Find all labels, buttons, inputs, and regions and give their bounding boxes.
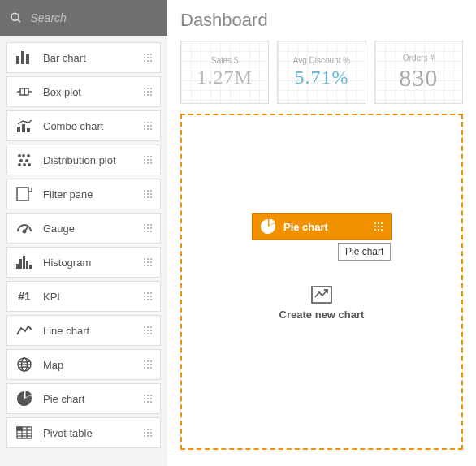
pivot-table-icon	[15, 424, 33, 442]
svg-point-19	[23, 163, 26, 166]
search-icon	[10, 11, 22, 25]
grip-icon	[144, 360, 152, 369]
grip-icon	[144, 190, 152, 198]
svg-rect-24	[16, 264, 19, 269]
chart-type-label: Pivot table	[43, 427, 144, 439]
dragged-item-pie[interactable]: Pie chart	[252, 213, 392, 240]
chart-type-label: Pie chart	[43, 393, 144, 405]
grip-icon	[144, 292, 152, 300]
grip-icon	[144, 326, 152, 334]
chart-type-pie[interactable]: Pie chart	[6, 383, 161, 414]
histogram-icon	[15, 253, 33, 271]
bar-chart-icon	[15, 49, 33, 67]
svg-line-1	[18, 19, 20, 22]
svg-rect-38	[17, 427, 22, 430]
chart-type-map[interactable]: Map	[6, 349, 161, 380]
filter-pane-icon	[15, 185, 33, 203]
pie-chart-icon	[261, 219, 275, 234]
svg-rect-26	[23, 256, 25, 269]
svg-rect-3	[21, 51, 24, 64]
kpi-value: 5.71%	[294, 67, 348, 88]
svg-rect-27	[26, 261, 28, 269]
chart-type-gauge[interactable]: Gauge	[6, 213, 161, 244]
svg-rect-4	[26, 54, 29, 64]
grip-icon	[374, 222, 383, 231]
grip-icon	[144, 429, 152, 437]
svg-point-20	[28, 163, 31, 166]
kpi-card-discount[interactable]: Avg Discount % 5.71%	[277, 41, 366, 104]
grip-icon	[144, 224, 152, 232]
gauge-icon	[15, 219, 33, 237]
kpi-value: 830	[399, 64, 438, 92]
sidebar: Bar chart Box plot Combo chart Distribut…	[0, 0, 167, 466]
grip-icon	[144, 395, 152, 403]
chart-type-pivot[interactable]: Pivot table	[6, 417, 161, 448]
chart-type-bar[interactable]: Bar chart	[6, 42, 161, 73]
chart-type-box[interactable]: Box plot	[6, 76, 161, 107]
chart-type-label: Line chart	[43, 325, 144, 337]
svg-rect-11	[22, 124, 25, 132]
svg-rect-25	[19, 259, 22, 269]
svg-point-18	[18, 163, 21, 166]
svg-rect-12	[27, 128, 30, 132]
chart-type-label: Combo chart	[43, 120, 144, 132]
svg-point-16	[19, 159, 23, 162]
pie-chart-icon	[15, 390, 33, 408]
chart-type-label: Map	[43, 359, 144, 371]
chart-type-label: Box plot	[43, 86, 144, 98]
chart-type-label: KPI	[43, 291, 144, 303]
kpi-card-sales[interactable]: Sales $ 1.27M	[180, 41, 269, 104]
box-plot-icon	[15, 83, 33, 101]
grip-icon	[144, 122, 152, 130]
page-title: Dashboard	[180, 10, 463, 31]
create-chart-text: Create new chart	[279, 309, 365, 321]
svg-point-17	[25, 159, 28, 162]
grip-icon	[144, 88, 152, 96]
create-chart-icon	[311, 286, 332, 304]
chart-type-label: Histogram	[43, 257, 144, 269]
chart-type-label: Distribution plot	[43, 154, 144, 166]
svg-rect-10	[17, 127, 20, 132]
chart-type-label: Bar chart	[43, 52, 144, 64]
kpi-value: 1.27M	[197, 67, 252, 88]
kpi-label: Sales $	[211, 56, 238, 65]
svg-point-0	[11, 13, 19, 20]
kpi-label: Avg Discount %	[293, 56, 350, 65]
svg-point-15	[27, 154, 30, 157]
chart-type-distribution[interactable]: Distribution plot	[6, 145, 161, 175]
grip-icon	[144, 156, 152, 164]
svg-rect-8	[24, 88, 28, 95]
dragged-item-label: Pie chart	[283, 221, 374, 233]
kpi-label: Orders #	[403, 54, 435, 63]
chart-type-histogram[interactable]: Histogram	[6, 247, 161, 278]
chart-type-kpi[interactable]: #1 KPI	[6, 281, 161, 312]
chart-type-label: Gauge	[43, 222, 144, 235]
svg-point-14	[22, 154, 25, 157]
combo-chart-icon	[15, 117, 33, 135]
search-bar	[0, 0, 167, 36]
kpi-row: Sales $ 1.27M Avg Discount % 5.71% Order…	[180, 41, 463, 104]
content-area: Dashboard Sales $ 1.27M Avg Discount % 5…	[167, 0, 476, 466]
kpi-icon: #1	[15, 287, 33, 305]
line-chart-icon	[15, 321, 33, 339]
chart-type-combo[interactable]: Combo chart	[6, 110, 161, 141]
svg-rect-28	[29, 265, 32, 269]
chart-type-line[interactable]: Line chart	[6, 315, 161, 346]
chart-type-list: Bar chart Box plot Combo chart Distribut…	[0, 36, 167, 466]
map-icon	[15, 356, 33, 373]
search-input[interactable]	[30, 11, 158, 24]
drop-zone[interactable]: Pie chart Pie chart Create new chart	[180, 114, 463, 450]
distribution-plot-icon	[15, 151, 33, 169]
chart-type-filter[interactable]: Filter pane	[6, 179, 161, 209]
svg-point-13	[18, 154, 21, 157]
grip-icon	[144, 258, 152, 266]
svg-rect-21	[17, 188, 28, 201]
svg-rect-2	[16, 56, 19, 64]
grip-icon	[144, 54, 152, 62]
tooltip: Pie chart	[338, 243, 391, 261]
chart-type-label: Filter pane	[43, 188, 144, 201]
kpi-card-orders[interactable]: Orders # 830	[374, 41, 463, 104]
